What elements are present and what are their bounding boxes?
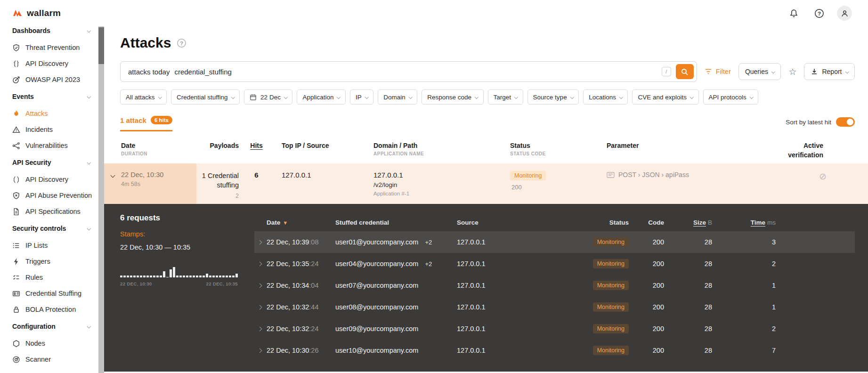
filter-chip-all-attacks[interactable]: All attacks [120,89,167,105]
sidebar-item-credential-stuffing[interactable]: Credential Stuffing [0,285,98,301]
download-icon [811,68,818,75]
search-token[interactable]: credential_stuffing [174,68,231,76]
col-domain-path: Domain / Path [373,142,503,149]
sidebar-item-vulnerabilities[interactable]: Vulnerabilities [0,138,98,154]
section-label: Configuration [12,323,56,330]
request-row[interactable]: 22 Dec, 10:32:44 user08@yourcompany.com … [254,296,855,318]
chevron-down-icon [87,161,90,164]
filter-chip-application[interactable]: Application [297,89,346,105]
filter-chip-response-code[interactable]: Response code [422,89,483,105]
sidebar-item-label: API Discovery [25,60,68,67]
sidebar-item-scanner[interactable]: Scanner [0,351,98,367]
filter-chip-credential-stuffing[interactable]: Credential stuffing [171,89,240,105]
request-time: 3 [712,238,776,246]
sidebar-item-threat-prevention[interactable]: Threat Prevention [0,40,98,56]
request-row[interactable]: 22 Dec, 10:35:24 user04@yourcompany.com+… [254,253,855,275]
filter-button-label: Filter [716,68,731,75]
sort-toggle[interactable] [836,117,855,127]
request-code: 200 [629,260,664,268]
sidebar-item-nodes[interactable]: Nodes [0,335,98,351]
expand-chevron-icon[interactable] [258,283,262,288]
report-button[interactable]: Report [804,63,855,80]
chevron-down-icon [570,95,574,99]
col-time[interactable]: Timems [712,219,776,226]
sidebar-item-rules[interactable]: Rules [0,269,98,285]
favorite-star-icon[interactable]: ☆ [788,66,796,77]
request-row[interactable]: 22 Dec, 10:39:08 user01@yourcompany.com+… [254,231,855,253]
sidebar-item-api-specifications[interactable]: API Specifications [0,203,98,219]
expand-chevron-icon[interactable] [258,240,262,244]
sidebar-section-security-controls[interactable]: Security controls [0,219,98,237]
user-icon[interactable] [837,6,852,21]
filter-chip-source-type[interactable]: Source type [527,89,579,105]
filter-chip-ip[interactable]: IP [350,89,373,105]
expand-chevron-icon[interactable] [258,348,262,353]
chart-bar [123,276,126,277]
section-label: Events [12,93,34,100]
col-request-date[interactable]: Date▼ [267,219,335,226]
filter-button[interactable]: Filter [705,68,731,75]
col-hits[interactable]: Hits [250,142,262,149]
request-date: 22 Dec, 10:32 [267,325,309,332]
filter-chip-date[interactable]: 22 Dec [244,89,292,105]
sidebar-scrollbar[interactable] [98,26,104,373]
attack-domain[interactable]: 127.0.0.1 [373,171,503,179]
expand-chevron-icon[interactable] [258,261,262,266]
wallarm-logo[interactable]: wallarm [0,8,98,18]
help-icon[interactable]: ? [811,6,827,21]
attack-payload[interactable]: 1 Credential stuffing [196,171,239,190]
chart-bar [216,276,218,277]
queries-button[interactable]: Queries [738,63,781,80]
sidebar-section-api-security[interactable]: API Security [0,154,98,171]
filter-chip-target[interactable]: Target [488,89,523,105]
sidebar-item-bola-protection[interactable]: BOLA Protection [0,301,98,317]
bell-icon[interactable] [786,6,801,21]
page-title: Attacks [120,35,171,51]
col-request-status: Status [565,219,629,226]
expand-chevron-icon[interactable] [258,326,262,331]
sidebar-item-label: BOLA Protection [25,306,76,313]
attack-top-ip[interactable]: 127.0.0.1 [274,163,366,204]
attack-path[interactable]: /v2/login [373,181,503,188]
sidebar-section-configuration[interactable]: Configuration [0,317,98,335]
attack-row[interactable]: 22 Dec, 10:30 4m 58s 1 Credential stuffi… [104,163,868,204]
filter-chip-locations[interactable]: Locations [583,89,628,105]
filter-chip-domain[interactable]: Domain [378,89,417,105]
col-size[interactable]: SizeB [664,219,712,226]
page-help-icon[interactable]: ? [177,38,187,48]
search-input[interactable]: attacks today credential_stuffing / [120,61,697,82]
sidebar-item-owasp-api-2023[interactable]: OWASP API 2023 [0,72,98,88]
request-row[interactable]: 22 Dec, 10:34:04 user07@yourcompany.com … [254,275,855,296]
status-badge: Monitoring [593,346,629,355]
attack-count-tab[interactable]: 1 attack 6 hits [120,116,172,131]
sidebar-section-events[interactable]: Events [0,88,98,105]
sidebar-item-api-abuse-prevention[interactable]: API Abuse Prevention [0,187,98,203]
expand-chevron-icon[interactable] [258,305,262,309]
sidebar-section-dashboards[interactable]: Dashboards [0,26,98,40]
toggle-knob [847,119,853,125]
no-verification-icon: ⊘ [819,171,827,181]
sidebar-item-incidents[interactable]: Incidents [0,122,98,138]
sidebar-item-triggers[interactable]: Triggers [0,253,98,269]
attack-parameter[interactable]: POST › JSON › apiPass [618,171,689,178]
sidebar-item-api-discovery[interactable]: API Discovery [0,56,98,72]
filter-chip-api-protocols[interactable]: API protocols [703,89,759,105]
chart-bar [186,276,188,277]
scrollbar-thumb[interactable] [98,27,104,64]
filter-chip-cve-and-exploits[interactable]: CVE and exploits [632,89,698,105]
request-time: 2 [712,325,776,332]
funnel-icon [705,68,712,75]
request-row[interactable]: 22 Dec, 10:30:26 user10@yourcompany.com … [254,340,855,361]
search-token[interactable]: attacks today [128,68,170,76]
search-button[interactable] [676,64,694,79]
scrollbar-track[interactable] [98,26,104,373]
request-row[interactable]: 22 Dec, 10:32:24 user09@yourcompany.com … [254,318,855,340]
sidebar-item-attacks[interactable]: Attacks [0,105,98,122]
col-date: Date [121,142,196,149]
col-code: Code [629,219,664,226]
request-size: 28 [664,347,712,354]
sidebar-item-ip-lists[interactable]: IP Lists [0,237,98,253]
sidebar-item-api-discovery-2[interactable]: API Discovery [0,171,98,187]
chevron-down-icon [87,324,90,328]
collapse-chevron-icon[interactable] [110,173,115,178]
